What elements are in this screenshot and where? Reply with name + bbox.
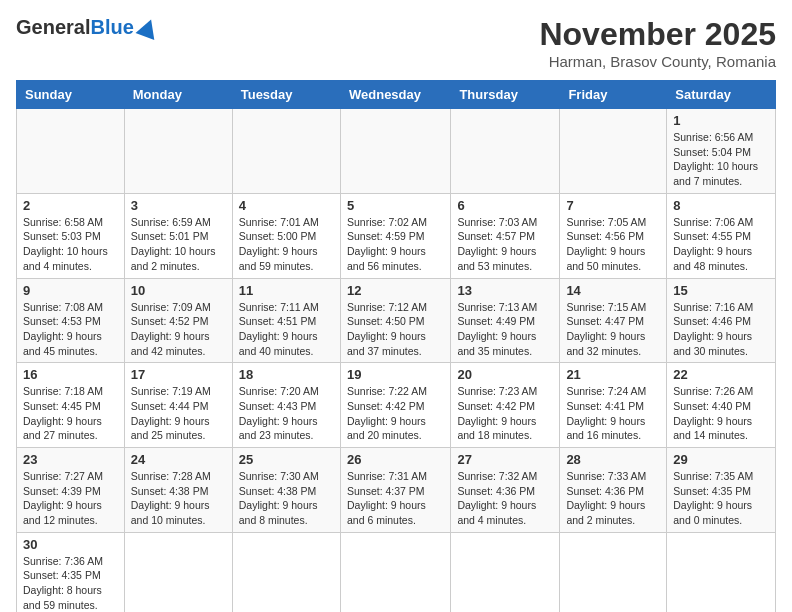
day-number: 15 [673,283,769,298]
calendar-cell [124,532,232,612]
day-number: 3 [131,198,226,213]
day-number: 22 [673,367,769,382]
calendar-week-row: 30Sunrise: 7:36 AM Sunset: 4:35 PM Dayli… [17,532,776,612]
calendar-cell: 16Sunrise: 7:18 AM Sunset: 4:45 PM Dayli… [17,363,125,448]
day-info: Sunrise: 7:08 AM Sunset: 4:53 PM Dayligh… [23,300,118,359]
calendar-cell: 22Sunrise: 7:26 AM Sunset: 4:40 PM Dayli… [667,363,776,448]
day-number: 14 [566,283,660,298]
day-info: Sunrise: 7:26 AM Sunset: 4:40 PM Dayligh… [673,384,769,443]
page-header: General Blue November 2025 Harman, Braso… [16,16,776,70]
day-number: 26 [347,452,444,467]
calendar-day-header: Monday [124,81,232,109]
calendar-day-header: Wednesday [340,81,450,109]
calendar-cell [124,109,232,194]
day-number: 17 [131,367,226,382]
calendar-cell: 2Sunrise: 6:58 AM Sunset: 5:03 PM Daylig… [17,193,125,278]
day-number: 2 [23,198,118,213]
calendar-cell [232,532,340,612]
day-number: 7 [566,198,660,213]
day-info: Sunrise: 7:22 AM Sunset: 4:42 PM Dayligh… [347,384,444,443]
calendar-week-row: 2Sunrise: 6:58 AM Sunset: 5:03 PM Daylig… [17,193,776,278]
calendar-cell [17,109,125,194]
calendar-cell: 11Sunrise: 7:11 AM Sunset: 4:51 PM Dayli… [232,278,340,363]
day-number: 25 [239,452,334,467]
calendar-cell: 30Sunrise: 7:36 AM Sunset: 4:35 PM Dayli… [17,532,125,612]
day-info: Sunrise: 7:06 AM Sunset: 4:55 PM Dayligh… [673,215,769,274]
calendar-cell [560,532,667,612]
day-number: 30 [23,537,118,552]
day-number: 19 [347,367,444,382]
day-number: 18 [239,367,334,382]
calendar-cell: 6Sunrise: 7:03 AM Sunset: 4:57 PM Daylig… [451,193,560,278]
day-info: Sunrise: 7:13 AM Sunset: 4:49 PM Dayligh… [457,300,553,359]
calendar-cell: 5Sunrise: 7:02 AM Sunset: 4:59 PM Daylig… [340,193,450,278]
calendar-cell: 27Sunrise: 7:32 AM Sunset: 4:36 PM Dayli… [451,448,560,533]
logo-general-text: General [16,16,90,39]
calendar-cell [340,532,450,612]
calendar-week-row: 23Sunrise: 7:27 AM Sunset: 4:39 PM Dayli… [17,448,776,533]
calendar-cell: 23Sunrise: 7:27 AM Sunset: 4:39 PM Dayli… [17,448,125,533]
calendar-cell [232,109,340,194]
logo-triangle-icon [135,16,160,40]
day-number: 9 [23,283,118,298]
day-info: Sunrise: 7:30 AM Sunset: 4:38 PM Dayligh… [239,469,334,528]
day-info: Sunrise: 7:18 AM Sunset: 4:45 PM Dayligh… [23,384,118,443]
day-info: Sunrise: 7:20 AM Sunset: 4:43 PM Dayligh… [239,384,334,443]
calendar-table: SundayMondayTuesdayWednesdayThursdayFrid… [16,80,776,612]
calendar-cell [451,532,560,612]
month-title: November 2025 [539,16,776,53]
calendar-cell: 4Sunrise: 7:01 AM Sunset: 5:00 PM Daylig… [232,193,340,278]
calendar-cell: 10Sunrise: 7:09 AM Sunset: 4:52 PM Dayli… [124,278,232,363]
calendar-cell: 12Sunrise: 7:12 AM Sunset: 4:50 PM Dayli… [340,278,450,363]
logo: General Blue [16,16,158,39]
calendar-day-header: Friday [560,81,667,109]
location-subtitle: Harman, Brasov County, Romania [539,53,776,70]
day-info: Sunrise: 6:56 AM Sunset: 5:04 PM Dayligh… [673,130,769,189]
day-number: 1 [673,113,769,128]
day-info: Sunrise: 7:11 AM Sunset: 4:51 PM Dayligh… [239,300,334,359]
calendar-cell: 7Sunrise: 7:05 AM Sunset: 4:56 PM Daylig… [560,193,667,278]
day-number: 5 [347,198,444,213]
day-info: Sunrise: 7:16 AM Sunset: 4:46 PM Dayligh… [673,300,769,359]
logo-blue-text: Blue [90,16,133,39]
calendar-cell: 28Sunrise: 7:33 AM Sunset: 4:36 PM Dayli… [560,448,667,533]
day-number: 4 [239,198,334,213]
day-info: Sunrise: 7:15 AM Sunset: 4:47 PM Dayligh… [566,300,660,359]
calendar-cell: 17Sunrise: 7:19 AM Sunset: 4:44 PM Dayli… [124,363,232,448]
day-number: 12 [347,283,444,298]
day-info: Sunrise: 7:28 AM Sunset: 4:38 PM Dayligh… [131,469,226,528]
calendar-week-row: 1Sunrise: 6:56 AM Sunset: 5:04 PM Daylig… [17,109,776,194]
calendar-cell: 14Sunrise: 7:15 AM Sunset: 4:47 PM Dayli… [560,278,667,363]
day-number: 29 [673,452,769,467]
day-number: 20 [457,367,553,382]
day-info: Sunrise: 7:12 AM Sunset: 4:50 PM Dayligh… [347,300,444,359]
calendar-day-header: Saturday [667,81,776,109]
calendar-day-header: Thursday [451,81,560,109]
day-number: 23 [23,452,118,467]
day-info: Sunrise: 7:31 AM Sunset: 4:37 PM Dayligh… [347,469,444,528]
day-info: Sunrise: 6:58 AM Sunset: 5:03 PM Dayligh… [23,215,118,274]
day-info: Sunrise: 7:27 AM Sunset: 4:39 PM Dayligh… [23,469,118,528]
day-info: Sunrise: 7:05 AM Sunset: 4:56 PM Dayligh… [566,215,660,274]
calendar-cell: 19Sunrise: 7:22 AM Sunset: 4:42 PM Dayli… [340,363,450,448]
calendar-cell: 1Sunrise: 6:56 AM Sunset: 5:04 PM Daylig… [667,109,776,194]
calendar-cell [340,109,450,194]
day-info: Sunrise: 7:35 AM Sunset: 4:35 PM Dayligh… [673,469,769,528]
day-number: 6 [457,198,553,213]
calendar-cell [560,109,667,194]
day-info: Sunrise: 7:24 AM Sunset: 4:41 PM Dayligh… [566,384,660,443]
day-number: 13 [457,283,553,298]
calendar-cell: 15Sunrise: 7:16 AM Sunset: 4:46 PM Dayli… [667,278,776,363]
day-info: Sunrise: 7:02 AM Sunset: 4:59 PM Dayligh… [347,215,444,274]
calendar-cell: 25Sunrise: 7:30 AM Sunset: 4:38 PM Dayli… [232,448,340,533]
day-number: 16 [23,367,118,382]
calendar-week-row: 9Sunrise: 7:08 AM Sunset: 4:53 PM Daylig… [17,278,776,363]
day-info: Sunrise: 6:59 AM Sunset: 5:01 PM Dayligh… [131,215,226,274]
day-info: Sunrise: 7:09 AM Sunset: 4:52 PM Dayligh… [131,300,226,359]
day-info: Sunrise: 7:01 AM Sunset: 5:00 PM Dayligh… [239,215,334,274]
day-info: Sunrise: 7:32 AM Sunset: 4:36 PM Dayligh… [457,469,553,528]
calendar-cell: 13Sunrise: 7:13 AM Sunset: 4:49 PM Dayli… [451,278,560,363]
day-number: 21 [566,367,660,382]
day-number: 10 [131,283,226,298]
day-number: 8 [673,198,769,213]
